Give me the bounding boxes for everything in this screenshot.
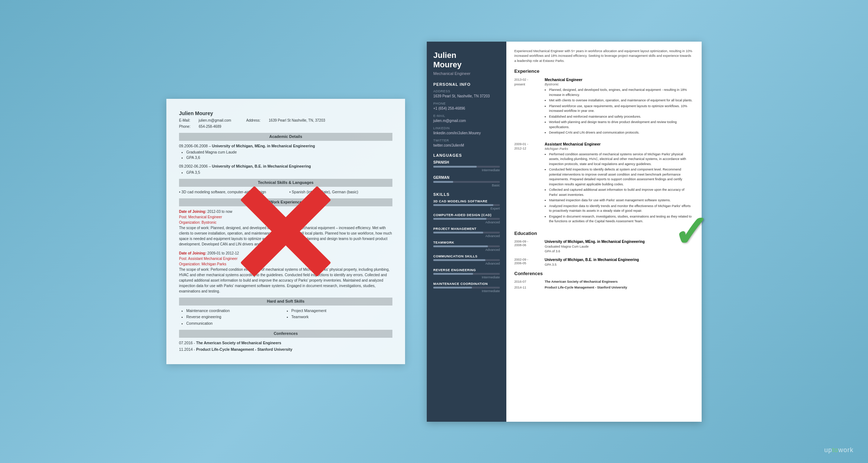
sidebar-phone-value: +1 (654) 258-46896	[433, 106, 500, 111]
bad-job1-scope-label: The scope of work: Planned, designed, an…	[179, 225, 392, 247]
list-item: Worked with planning and design teams to…	[549, 120, 694, 130]
bad-job2-post-label: Post:	[179, 257, 188, 261]
bad-edu-2-bullets: GPA 3,5	[179, 170, 392, 175]
bad-work-bar: Work Experience	[179, 198, 392, 206]
skill-pm-name: PROJECT MANAGEMENT	[433, 227, 500, 231]
good-job1-dates: 2013-02 -present	[514, 77, 540, 136]
lang-german: GERMAN Basic	[433, 176, 500, 187]
green-check-overlay	[673, 210, 716, 253]
list-item: Engaged in document research, investigat…	[549, 214, 694, 224]
list-item: Collected and captured additional asset …	[549, 188, 694, 197]
list-item: GPA 3,6	[186, 155, 392, 160]
good-job1-company: Bystronic	[545, 82, 694, 86]
bad-job1-post-label: Post:	[179, 215, 188, 219]
skill-communication-bar-bg	[433, 259, 500, 261]
bad-resume-name: Julien Mourey	[179, 110, 392, 117]
good-job2-bullets: Performed condition assessments of mecha…	[545, 152, 694, 224]
skill-pm-bar-fill	[433, 232, 483, 233]
logo-accent: to	[832, 446, 838, 454]
skill-teamwork-name: TEAMWORK	[433, 241, 500, 244]
bad-skill-col-1: • 3D cad modeling software, computer-aid…	[179, 189, 282, 195]
good-resume-wrapper: JulienMourey Mechanical Engineer Persona…	[427, 42, 702, 422]
bad-job-2: Date of Joining: 2009-01 to 2012-12 Post…	[179, 251, 392, 294]
skill-3d-cad-bar-bg	[433, 204, 500, 206]
bad-edu-1-dates: 09.2006-06.2008 –	[179, 144, 212, 148]
skill-communication: COMMUNICATION SKILLS Advanced	[433, 254, 500, 265]
sidebar-languages-title: Languages	[433, 153, 500, 157]
bad-conf-1: 07.2016 - The American Society of Mechan…	[179, 340, 392, 346]
bad-resume-contact: E-Mail: julien.m@gmail.com Address: 1639…	[179, 118, 392, 123]
good-edu1-school: University of Michigan, MEng. in Mechani…	[545, 240, 694, 244]
good-resume-name: JulienMourey	[433, 51, 500, 70]
lang-german-bar-bg	[433, 181, 500, 183]
list-item: Established and reinforced maintenance a…	[549, 114, 694, 119]
lang-spanish-bar-fill	[433, 166, 477, 168]
list-item: Communication	[186, 321, 288, 326]
good-job1-bullets: Planned, designed, and developed tools, …	[545, 88, 694, 135]
bad-job1-org: Bystronic	[201, 220, 216, 224]
skill-teamwork: TEAMWORK Advanced	[433, 241, 500, 252]
skill-reverse-bar-bg	[433, 273, 500, 275]
bad-job1-org-label: Organization:	[179, 220, 201, 224]
bad-technical-bar: Technical Skills & Languages	[179, 179, 392, 187]
skill-reverse-bar-fill	[433, 273, 473, 275]
skill-pm-bar-bg	[433, 232, 500, 233]
list-item: Performed condition assessments of mecha…	[549, 152, 694, 167]
bad-email: julien.m@gmail.com	[199, 118, 231, 122]
bad-address-label: Address:	[246, 118, 260, 122]
good-resume-paper: JulienMourey Mechanical Engineer Persona…	[427, 42, 702, 422]
experience-section-title: Experience	[514, 68, 694, 74]
skill-cad: COMPUTER-AIDED DESIGN (CAD) Advanced	[433, 213, 500, 224]
bad-skills-list: Maintenance coordination Reverse enginee…	[179, 308, 392, 326]
good-job2-dates: 2009-01 -2012-12	[514, 142, 540, 225]
good-edu2-dates: 2002-09 -2006-05	[514, 258, 540, 268]
bad-job-1: Date of Joining: 2012-03 to now Post: Me…	[179, 209, 392, 247]
bad-edu-2-degree: University of Michigan, B.E. in Mechanic…	[212, 164, 311, 168]
skill-maintenance-name: MAINTENANCE COORDINATION	[433, 282, 500, 286]
bad-job2-post: Assistant Mechanical Engineer	[188, 257, 238, 261]
uptowork-logo: uptowork	[824, 446, 854, 454]
skill-reverse: REVERSE ENGINEERING Intermediate	[433, 268, 500, 279]
skill-teamwork-bar-bg	[433, 245, 500, 247]
good-job2-details: Assistant Mechanical Engineer Michigan P…	[545, 142, 694, 225]
good-conf2-name: Product Life-Cycle Management - Stanford…	[545, 286, 694, 289]
skill-reverse-level: Intermediate	[433, 275, 500, 279]
bad-resume-paper: Julien Mourey E-Mail: julien.m@gmail.com…	[166, 99, 405, 364]
good-job-2: 2009-01 -2012-12 Assistant Mechanical En…	[514, 142, 694, 225]
bad-email-label: E-Mail:	[179, 118, 190, 122]
list-item: Reverse engineering	[186, 314, 288, 320]
sidebar-linkedin-value: linkedin.com/in/Julien.Mourey	[433, 131, 500, 136]
resume-main-content: Experienced Mechanical Engineer with 5+ …	[506, 42, 702, 422]
good-summary: Experienced Mechanical Engineer with 5+ …	[514, 49, 694, 64]
sidebar-twitter-value: twitter.com/JulienM	[433, 143, 500, 148]
skill-3d-cad: 3D CAD MODELING SOFTWARE Expert	[433, 199, 500, 210]
sidebar-personal-info-title: Personal Info	[433, 82, 500, 87]
skill-3d-cad-level: Expert	[433, 207, 500, 210]
lang-spanish-name: SPANISH	[433, 160, 500, 164]
sidebar-phone-label: Phone	[433, 102, 500, 105]
sidebar-twitter-label: Twitter	[433, 139, 500, 142]
good-resume-title: Mechanical Engineer	[433, 71, 500, 76]
list-item: Developed CAN and LIN drivers and commun…	[549, 130, 694, 135]
bad-edu-2-dates: 09.2002-06.2006 –	[179, 164, 212, 168]
list-item: Project Management	[292, 308, 393, 313]
skill-reverse-name: REVERSE ENGINEERING	[433, 268, 500, 272]
lang-spanish: SPANISH Intermediate	[433, 160, 500, 172]
list-item: Met with clients to oversee installation…	[549, 98, 694, 103]
good-conf-1: 2016-07 The American Society of Mechanic…	[514, 280, 694, 283]
good-conf1-name: The American Society of Mechanical Engin…	[545, 280, 694, 283]
skill-maintenance-level: Intermediate	[433, 289, 500, 293]
lang-spanish-bar-bg	[433, 166, 500, 168]
main-container: Julien Mourey E-Mail: julien.m@gmail.com…	[0, 0, 868, 463]
bad-job1-scope: Planned, designed, and developed tools, …	[179, 226, 392, 246]
skill-maintenance-bar-bg	[433, 287, 500, 289]
good-job-1: 2013-02 -present Mechanical Engineer Bys…	[514, 77, 694, 136]
skill-cad-name: COMPUTER-AIDED DESIGN (CAD)	[433, 213, 500, 217]
skill-communication-bar-fill	[433, 259, 485, 261]
bad-job2-scope: Performed condition evaluation of mechan…	[179, 268, 390, 293]
bad-job2-date-label: Date of Joining:	[179, 251, 207, 255]
skill-pm: PROJECT MANAGEMENT Advanced	[433, 227, 500, 238]
conferences-section-title: Conferences	[514, 271, 694, 276]
skill-cad-level: Advanced	[433, 220, 500, 224]
good-edu-1: 2006-09 -2008-06 University of Michigan,…	[514, 240, 694, 254]
